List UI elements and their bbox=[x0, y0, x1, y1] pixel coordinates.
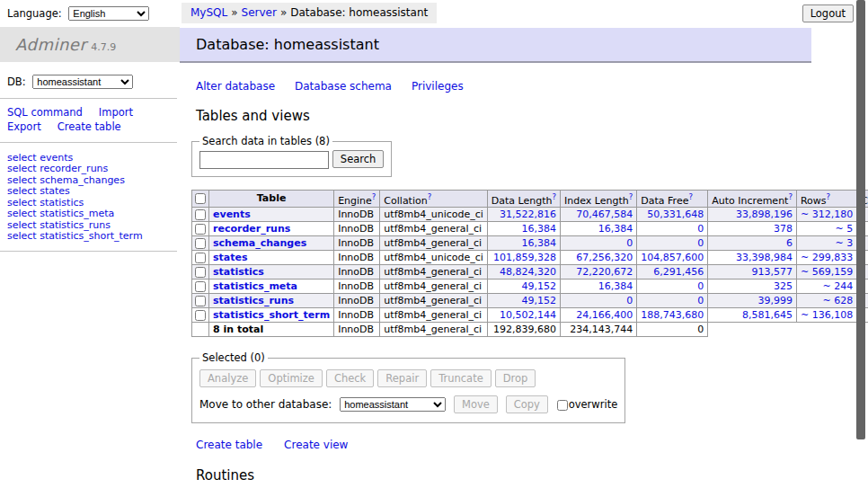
table-name-link[interactable]: schema_changes bbox=[213, 237, 306, 249]
sidebar-export-link[interactable]: Export bbox=[7, 120, 41, 133]
move-db-select[interactable]: homeassistant bbox=[340, 397, 446, 412]
column-help-link[interactable]: ? bbox=[629, 192, 633, 201]
row-checkbox[interactable] bbox=[195, 209, 206, 220]
data-free-link[interactable]: 0 bbox=[697, 280, 704, 292]
rows-link[interactable]: ~ 136,108 bbox=[801, 309, 853, 321]
auto-increment-link[interactable]: 913,577 bbox=[751, 266, 793, 278]
data-free-link[interactable]: 104,857,600 bbox=[641, 252, 704, 263]
data-length-link[interactable]: 16,384 bbox=[522, 237, 557, 249]
table-name-link[interactable]: recorder_runs bbox=[213, 223, 290, 235]
create-table-link[interactable]: Create table bbox=[196, 439, 262, 451]
auto-increment-link[interactable]: 39,999 bbox=[757, 295, 793, 306]
repair-button[interactable]: Repair bbox=[377, 369, 427, 387]
row-checkbox[interactable] bbox=[195, 224, 206, 235]
table-name-link[interactable]: events bbox=[213, 209, 251, 220]
copy-button[interactable]: Copy bbox=[506, 395, 548, 413]
rows-link[interactable]: ~ 3 bbox=[835, 237, 853, 249]
index-length-link[interactable]: 0 bbox=[626, 237, 633, 249]
analyze-button[interactable]: Analyze bbox=[199, 369, 256, 387]
table-body: eventsInnoDButf8mb4_unicode_ci31,522,816… bbox=[192, 208, 868, 323]
db-select[interactable]: homeassistant bbox=[32, 75, 133, 89]
column-help-link[interactable]: ? bbox=[827, 192, 831, 201]
rows-link[interactable]: ~ 5 bbox=[835, 223, 853, 235]
search-button[interactable]: Search bbox=[332, 150, 385, 168]
language-select[interactable]: English bbox=[68, 6, 149, 21]
data-free-link[interactable]: 0 bbox=[697, 237, 704, 249]
column-help-link[interactable]: ? bbox=[688, 192, 693, 201]
data-free-link[interactable]: 0 bbox=[697, 295, 704, 306]
table-name-link[interactable]: statistics bbox=[213, 266, 264, 278]
data-free-link[interactable]: 50,331,648 bbox=[647, 209, 704, 220]
breadcrumb-server-link[interactable]: Server bbox=[242, 6, 277, 19]
auto-increment-link[interactable]: 6 bbox=[786, 237, 793, 249]
table-name-link[interactable]: states bbox=[213, 252, 248, 263]
data-length-link[interactable]: 31,522,816 bbox=[500, 209, 556, 220]
row-checkbox[interactable] bbox=[195, 253, 206, 263]
auto-increment-link[interactable]: 8,581,645 bbox=[742, 309, 793, 321]
index-length-link[interactable]: 24,166,400 bbox=[576, 309, 633, 321]
row-checkbox[interactable] bbox=[195, 310, 206, 321]
auto-increment-link[interactable]: 33,398,984 bbox=[736, 252, 793, 263]
collation-cell: utf8mb4_unicode_ci bbox=[380, 251, 487, 265]
column-help-link[interactable]: ? bbox=[372, 192, 376, 201]
sidebar-create-table-link[interactable]: Create table bbox=[58, 120, 121, 133]
data-length-link[interactable]: 10,502,144 bbox=[500, 309, 556, 321]
app-logo[interactable]: Adminer bbox=[15, 35, 86, 54]
sidebar-sql-command-link[interactable]: SQL command bbox=[7, 106, 83, 119]
breadcrumb-mysql-link[interactable]: MySQL bbox=[190, 6, 227, 19]
privileges-link[interactable]: Privileges bbox=[412, 80, 464, 93]
rows-link[interactable]: ~ 312,180 bbox=[801, 209, 853, 220]
index-length-link[interactable]: 67,256,320 bbox=[576, 252, 633, 263]
column-help-link[interactable]: ? bbox=[788, 192, 793, 201]
rows-link[interactable]: ~ 628 bbox=[822, 295, 853, 306]
overwrite-checkbox[interactable] bbox=[557, 400, 568, 411]
rows-link[interactable]: ~ 244 bbox=[822, 280, 853, 292]
data-length-link[interactable]: 49,152 bbox=[522, 295, 557, 306]
search-input[interactable] bbox=[199, 151, 329, 169]
vertical-scrollbar-thumb[interactable] bbox=[856, 0, 865, 439]
data-free-link[interactable]: 188,743,680 bbox=[641, 309, 704, 321]
table-name-link[interactable]: statistics_meta bbox=[213, 280, 297, 292]
data-length-link[interactable]: 101,859,328 bbox=[493, 252, 556, 263]
index-length-link[interactable]: 0 bbox=[626, 295, 633, 306]
logout-button[interactable]: Logout bbox=[802, 4, 854, 22]
sidebar-select-link[interactable]: select statistics_meta bbox=[7, 209, 173, 219]
data-length-link[interactable]: 16,384 bbox=[522, 223, 557, 235]
data-free-link[interactable]: 0 bbox=[697, 223, 704, 235]
sidebar-select-link[interactable]: select states bbox=[7, 186, 173, 197]
database-schema-link[interactable]: Database schema bbox=[295, 80, 392, 93]
index-length-link[interactable]: 70,467,584 bbox=[576, 209, 633, 220]
index-length-link[interactable]: 16,384 bbox=[598, 223, 633, 235]
rows-link[interactable]: ~ 569,159 bbox=[801, 266, 853, 278]
table-name-link[interactable]: statistics_short_term bbox=[213, 309, 330, 321]
engine-cell: InnoDB bbox=[334, 294, 380, 308]
data-free-link[interactable]: 6,291,456 bbox=[653, 266, 704, 278]
select-all-checkbox[interactable] bbox=[195, 193, 206, 204]
table-name-link[interactable]: statistics_runs bbox=[213, 295, 294, 306]
create-view-link[interactable]: Create view bbox=[284, 439, 348, 451]
sidebar-select-link[interactable]: select statistics_short_term bbox=[7, 231, 173, 242]
rows-link[interactable]: ~ 299,833 bbox=[801, 252, 853, 263]
data-length-link[interactable]: 48,824,320 bbox=[500, 266, 556, 278]
check-button[interactable]: Check bbox=[326, 369, 374, 387]
row-checkbox[interactable] bbox=[195, 296, 206, 306]
drop-button[interactable]: Drop bbox=[495, 369, 536, 387]
optimize-button[interactable]: Optimize bbox=[260, 369, 323, 387]
column-help-link[interactable]: ? bbox=[553, 192, 557, 201]
auto-increment-cell: 33,898,196 bbox=[708, 208, 797, 222]
data-length-link[interactable]: 49,152 bbox=[522, 280, 557, 292]
db-label: DB: bbox=[7, 75, 26, 88]
index-length-link[interactable]: 72,220,672 bbox=[576, 266, 633, 278]
move-button[interactable]: Move bbox=[454, 395, 498, 413]
row-checkbox[interactable] bbox=[195, 238, 206, 249]
truncate-button[interactable]: Truncate bbox=[430, 369, 492, 387]
alter-database-link[interactable]: Alter database bbox=[196, 80, 275, 93]
auto-increment-link[interactable]: 33,898,196 bbox=[736, 209, 793, 220]
column-help-link[interactable]: ? bbox=[428, 192, 432, 201]
row-checkbox[interactable] bbox=[195, 281, 206, 292]
row-checkbox[interactable] bbox=[195, 267, 206, 278]
auto-increment-link[interactable]: 378 bbox=[774, 223, 793, 235]
auto-increment-link[interactable]: 325 bbox=[774, 280, 793, 292]
sidebar-import-link[interactable]: Import bbox=[99, 106, 133, 119]
index-length-link[interactable]: 16,384 bbox=[598, 280, 633, 292]
